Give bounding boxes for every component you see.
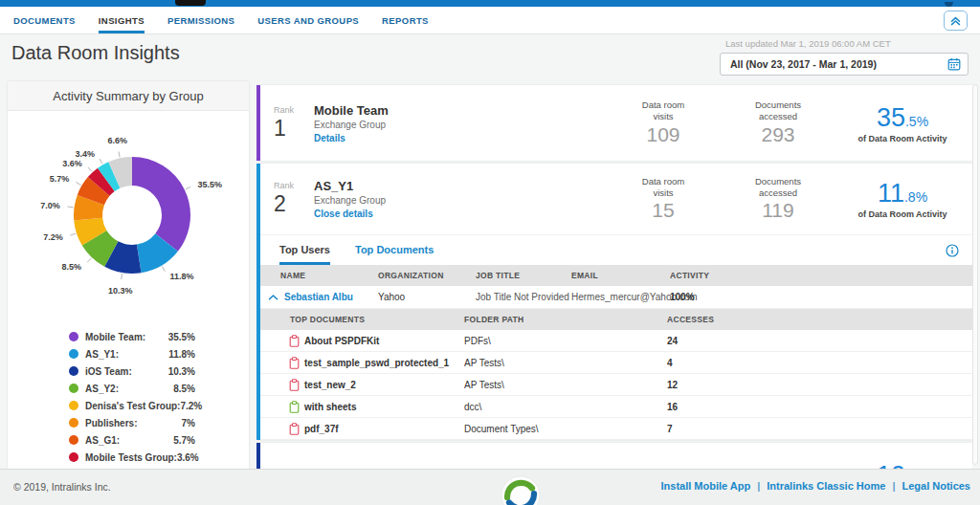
tab-top-documents[interactable]: Top Documents [355,235,434,265]
legend-value: 7.2% [180,401,202,411]
doc-accesses: 12 [667,380,972,390]
slice-label-tick [162,266,165,271]
legend-value: 35.5% [168,332,195,342]
col-organization: ORGANIZATION [378,271,476,280]
donut-slice[interactable] [132,157,190,252]
collapse-row-chevron-icon[interactable] [268,294,278,301]
doc-accesses: 4 [667,358,972,368]
footer: © 2019, Intralinks Inc. Install Mobile A… [0,469,980,505]
nav-tab-users-and-groups[interactable]: USERS AND GROUPS [257,7,359,33]
doc-folder-path: dcc\ [464,402,667,412]
nav-tab-insights[interactable]: INSIGHTS [99,7,145,33]
pdf-document-icon [289,357,300,369]
percent-main: 35 [877,103,905,132]
calendar-icon [947,57,961,71]
user-name-link[interactable]: Sebastian Albu [284,292,353,302]
rank-number: 2 [274,191,314,217]
legal-notices-link[interactable]: Legal Notices [902,480,970,492]
link-separator: | [892,480,895,492]
documents-accessed-stat: Documents accessed 119 [716,176,840,223]
intralinks-classic-home-link[interactable]: Intralinks Classic Home [767,480,885,492]
group-info: AS_Y1 Exchange Group Close details [314,179,611,219]
info-icon[interactable] [946,244,959,257]
nav-tab-reports[interactable]: REPORTS [382,7,429,33]
slice-percent-label: 10.3% [108,286,133,296]
doc-name[interactable]: with sheets [304,402,356,412]
visits-value: 109 [611,123,716,146]
link-separator: | [757,480,760,492]
doc-name[interactable]: About PSPDFKit [304,336,379,346]
collapse-panel-button[interactable] [944,11,968,31]
legend-value: 3.6% [177,452,199,463]
nav-tab-documents[interactable]: DOCUMENTS [13,7,76,33]
spreadsheet-document-icon [289,401,300,413]
visits-value: 15 [611,199,716,222]
group-rank-list: Rank 1 Mobile Team Exchange Group Detail… [256,81,972,469]
group-type: Exchange Group [314,195,611,206]
legend-label: iOS Team: [85,366,168,377]
legend-item: Mobile Team:35.5% [8,328,249,345]
accessed-label: Documents accessed [716,176,840,199]
legend-label: Publishers: [85,418,182,428]
doc-row[interactable]: test_new_2AP Tests\12 [260,374,972,396]
user-organization: Yahoo [378,292,476,302]
user-table-header: NAME ORGANIZATION JOB TITLE EMAIL ACTIVI… [260,265,972,286]
doc-name[interactable]: test_sample_pswd_protected_1 [304,358,449,368]
legend-item: AS_Y1:11.8% [8,345,249,362]
slice-percent-label: 6.6% [107,136,127,145]
doc-row[interactable]: About PSPDFKitPDFs\24 [260,330,972,352]
data-room-visits-stat: Data room visits 109 [611,99,716,146]
details-tabs: Top Users Top Documents [260,234,972,265]
rank-label: Rank [274,181,314,190]
install-mobile-app-link[interactable]: Install Mobile App [660,480,750,492]
documents-accessed-stat: Documents accessed 293 [716,99,840,146]
doc-row[interactable]: test_sample_pswd_protected_1AP Tests\4 [260,352,972,374]
activity-percent: 10.3% of Data Room Activity [840,461,972,470]
close-details-link[interactable]: Close details [314,209,611,219]
doc-name[interactable]: pdf_37f [304,424,339,434]
rank-card-as-y1: Rank 2 AS_Y1 Exchange Group Close detail… [256,164,972,440]
copyright-text: © 2019, Intralinks Inc. [13,481,111,493]
details-link[interactable]: Details [314,133,611,143]
doc-folder-path: PDFs\ [464,336,667,346]
nav-tab-permissions[interactable]: PERMISSIONS [167,7,234,33]
col-accesses: ACCESSES [667,315,972,324]
tab-top-users[interactable]: Top Users [279,235,330,265]
pdf-document-icon [289,379,300,391]
doc-table-header: TOP DOCUMENTS FOLDER PATH ACCESSES [260,309,972,330]
legend-item: iOS Team:10.3% [8,362,249,380]
legend-swatch [69,418,78,428]
slice-label-tick [122,274,122,279]
user-email: Hermes_mercur@Yahoo.com [571,292,670,302]
legend-label: Denisa's Test Group: [85,401,180,411]
legend-swatch [69,332,78,341]
main-nav: DOCUMENTS INSIGHTS PERMISSIONS USERS AND… [0,7,980,34]
slice-percent-label: 7.0% [40,201,60,210]
user-row[interactable]: Sebastian Albu Yahoo Job Title Not Provi… [260,286,972,309]
rank-box: Rank 2 [260,181,314,217]
rank-number: 1 [274,116,314,142]
doc-row[interactable]: pdf_37fDocument Types\7 [260,418,972,440]
user-job-title: Job Title Not Provided [476,292,571,302]
percent-caption: of Data Room Activity [840,134,965,143]
legend-value: 7% [182,418,195,428]
legend-swatch [69,401,78,410]
percent-main: 11 [878,179,904,208]
double-chevron-up-icon [949,14,962,27]
activity-summary-panel: Activity Summary by Group 35.5%11.8%10.3… [8,81,249,469]
legend-item: Denisa's Test Group:7.2% [8,397,249,414]
legend-value: 5.7% [173,435,195,446]
group-name: Mobile Team [314,103,611,118]
pdf-document-icon [289,335,300,347]
doc-row[interactable]: with sheetsdcc\16 [260,396,972,418]
accessed-value: 119 [716,199,840,222]
scrollbar[interactable] [972,84,978,465]
slice-label-tick [87,258,91,262]
date-range-filter[interactable]: All (Nov 23, 2017 - Mar 1, 2019) [720,53,969,76]
slice-percent-label: 3.6% [62,159,82,168]
visits-label: Data room visits [611,176,716,199]
doc-name[interactable]: test_new_2 [304,380,356,390]
group-type: Exchange Group [314,120,611,130]
slice-label-tick [68,207,74,208]
top-brand-bar [0,0,980,7]
